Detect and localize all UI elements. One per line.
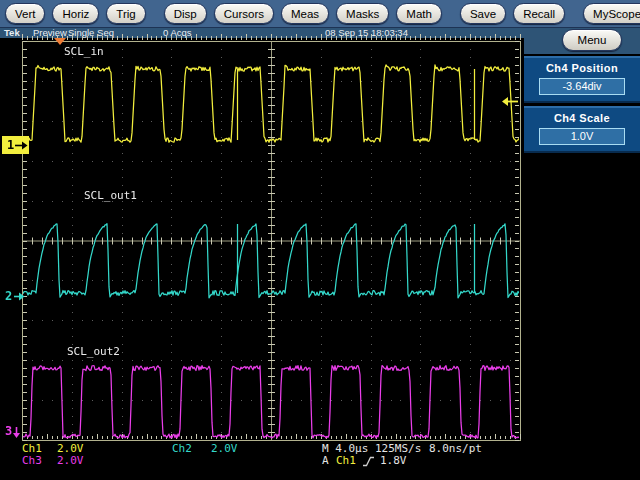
myscope-button[interactable]: MyScope (583, 3, 640, 24)
trigger-mode-readout: A (322, 454, 329, 467)
ch4-scale-value[interactable]: 1.0V (539, 128, 625, 145)
waveform-label-ch2: SCL_out1 (84, 189, 137, 202)
trig-button[interactable]: Trig (106, 3, 145, 24)
waveform-label-ch3: SCL_out2 (67, 345, 120, 358)
masks-button[interactable]: Masks (336, 3, 389, 24)
horiz-button[interactable]: Horiz (52, 3, 99, 24)
ch4-scale-panel: Ch4 Scale 1.0V (524, 106, 640, 153)
trigger-source-readout: Ch1 (336, 454, 356, 467)
tek-logo: Tek (4, 27, 20, 38)
trigger-level-readout: 1.8V (380, 454, 407, 467)
ch2-readout-label: Ch2 (172, 442, 192, 455)
ch2-scale-readout: 2.0V (211, 442, 238, 455)
ch4-position-panel: Ch4 Position -3.64div (524, 56, 640, 103)
meas-button[interactable]: Meas (281, 3, 329, 24)
ch4-scale-title: Ch4 Scale (524, 108, 640, 124)
acquisition-count: 0 Acqs (163, 27, 192, 38)
top-toolbar: Vert Horiz Trig Disp Cursors Meas Masks … (0, 0, 640, 28)
disp-button[interactable]: Disp (164, 3, 207, 24)
waveform-label-ch1: SCL_in (64, 45, 104, 58)
ch3-scale-readout: 2.0V (57, 454, 84, 467)
ch4-position-title: Ch4 Position (524, 58, 640, 74)
cursors-button[interactable]: Cursors (214, 3, 274, 24)
oscilloscope-screen: Vert Horiz Trig Disp Cursors Meas Masks … (0, 0, 640, 480)
acquisition-mode: Single Seq (68, 27, 114, 38)
menu-button[interactable]: Menu (562, 29, 622, 51)
acquisition-state: Preview (33, 27, 67, 38)
datetime: 08 Sep 15 18:03:34 (325, 27, 408, 38)
save-button[interactable]: Save (460, 3, 506, 24)
vert-button[interactable]: Vert (5, 3, 45, 24)
rising-edge-icon (362, 456, 375, 467)
ch3-readout-label: Ch3 (22, 454, 42, 467)
math-button[interactable]: Math (396, 3, 442, 24)
recall-button[interactable]: Recall (513, 3, 565, 24)
ch4-position-value[interactable]: -3.64div (539, 78, 625, 95)
status-bar: Tek Preview Single Seq 0 Acqs 08 Sep 15 … (0, 28, 640, 38)
resolution-readout: 8.0ns/pt (429, 442, 482, 455)
